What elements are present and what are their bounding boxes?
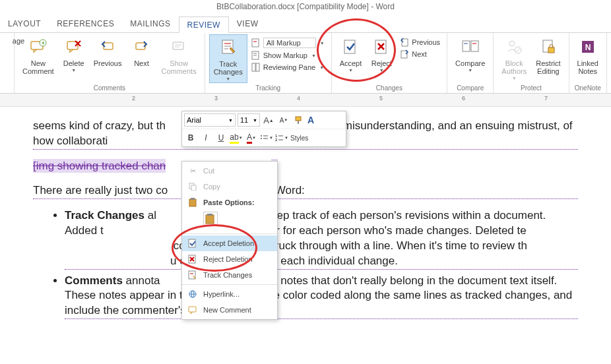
previous-icon [100,39,115,55]
restrict-editing-button[interactable]: Restrict Editing [532,34,564,76]
show-markup-dropdown[interactable]: Show Markup▼ [249,50,327,61]
block-authors-button: Block Authors ▼ [498,34,531,82]
svg-rect-26 [402,39,408,46]
svg-rect-51 [189,199,196,206]
font-size-dropdown[interactable]: 11▼ [238,113,260,127]
svg-point-32 [509,41,515,46]
list-item[interactable]: Track Changes al keep track of each pers… [65,208,578,270]
tracked-deletion-text[interactable]: [img showing tracked chant] [33,159,578,174]
copy-menuitem: Copy [182,179,277,195]
dropdown-arrow-icon: ▼ [512,76,517,80]
bullets-button[interactable]: ▼ [260,131,273,144]
tab-mailings[interactable]: MAILINGS [122,16,178,32]
reviewing-pane-icon [251,63,261,72]
svg-rect-50 [191,185,196,191]
new-comment-icon: ✦ [30,39,47,55]
dropdown-arrow-icon: ▼ [468,68,472,73]
bold-button[interactable]: B [184,131,197,144]
window-title: BtBCollaboration.docx [Compatibility Mod… [0,0,611,16]
previous-change-button[interactable]: Previous [397,37,443,47]
previous-comment-button[interactable]: Previous [90,34,126,69]
list-item[interactable]: Comments annotaith notes that don't real… [65,274,578,320]
delete-comment-icon [66,39,82,55]
grow-font-button[interactable]: A▲ [262,113,275,127]
track-changes-button[interactable]: Track Changes ▼ [209,34,247,83]
svg-rect-52 [191,198,195,200]
accept-deletion-menuitem[interactable]: Accept Deletion [182,235,277,251]
new-comment-button[interactable]: ✦ New Comment [18,34,58,76]
reject-deletion-menuitem[interactable]: Reject Deletion [182,251,277,267]
paste-icon [187,197,198,208]
tab-references[interactable]: REFERENCES [49,16,122,32]
bullets-icon [260,134,269,142]
tab-layout[interactable]: LAYOUT [0,16,49,32]
ruler[interactable]: 2 3 4 5 6 7 [0,94,611,107]
underline-button[interactable]: U [214,131,228,144]
highlight-button[interactable]: ab▼ [230,131,243,144]
svg-rect-15 [252,39,259,47]
new-comment-menuitem[interactable]: New Comment [182,302,277,318]
italic-button[interactable]: I [199,131,212,144]
paragraph[interactable]: There are really just two co in Word: [33,183,578,199]
font-family-dropdown[interactable]: Arial▼ [184,113,236,127]
styles-dropdown[interactable]: Styles [290,131,308,144]
group-changes-label: Changes [336,83,443,93]
tab-view[interactable]: VIEW [229,16,267,32]
compare-icon [461,38,480,55]
markup-display-dropdown[interactable]: All Markup ▼ [249,37,327,49]
markup-icon [251,38,261,47]
show-comments-icon [171,39,187,55]
linked-notes-button[interactable]: N Linked Notes [573,34,602,76]
svg-rect-11 [222,40,233,53]
accept-button[interactable]: Accept ▼ [336,34,366,74]
svg-rect-22 [344,40,355,53]
svg-rect-20 [252,63,255,71]
svg-text:N: N [585,43,591,52]
onenote-icon: N [579,38,596,55]
format-painter-icon [294,115,304,125]
format-painter-button[interactable] [292,113,306,127]
svg-rect-36 [548,47,554,53]
track-changes-menuitem[interactable]: Track Changes [182,267,277,283]
copy-icon [187,181,198,192]
reviewing-pane-dropdown[interactable]: Reviewing Pane▼ [249,62,327,73]
cut-icon: ✂ [187,166,198,176]
svg-point-41 [261,135,262,136]
cut-menuitem: ✂Cut [182,163,277,179]
svg-rect-28 [463,41,470,51]
paste-option-keep-source[interactable] [203,212,218,226]
dropdown-arrow-icon: ▼ [348,68,353,73]
new-comment-small-icon [187,305,198,315]
next-change-icon [400,49,409,59]
font-color-button[interactable]: A▼ [245,131,258,144]
reject-button[interactable]: Reject ▼ [367,34,396,74]
ribbon: age ✦ New Comment Delete ▼ Previous Next [0,33,611,94]
dropdown-arrow-icon: ▼ [379,68,384,73]
compare-button[interactable]: Compare ▼ [451,34,489,74]
mini-toolbar: Arial▼ 11▼ A▲ A▼ A B I U ab▼ A▼ ▼ 12▼ St… [181,111,346,147]
delete-comment-button[interactable]: Delete ▼ [59,34,88,74]
show-markup-icon [251,51,261,60]
svg-rect-27 [401,51,407,58]
styles-button[interactable]: A [307,113,314,127]
group-comments-label: Comments [18,83,201,93]
group-compare-label: Compare [451,83,489,93]
block-authors-icon [505,38,523,55]
dropdown-arrow-icon: ▼ [71,68,76,73]
next-change-button[interactable]: Next [397,49,443,59]
group-onenote-label: OneNote [573,83,602,93]
svg-rect-39 [296,117,301,121]
svg-rect-53 [206,215,214,224]
svg-rect-54 [207,214,212,216]
paste-options-menuitem[interactable]: Paste Options: [182,195,277,210]
numbering-button[interactable]: 12▼ [275,131,288,144]
tab-review[interactable]: REVIEW [179,16,229,33]
hyperlink-menuitem[interactable]: Hyperlink... [182,286,277,302]
restrict-editing-icon [540,38,556,55]
ribbon-tabs: LAYOUT REFERENCES MAILINGS REVIEW VIEW [0,16,611,33]
show-comments-button: Show Comments [157,34,200,76]
next-comment-button[interactable]: Next [127,34,156,69]
svg-rect-64 [189,307,196,312]
shrink-font-button[interactable]: A▼ [277,113,290,127]
svg-rect-8 [173,42,183,49]
